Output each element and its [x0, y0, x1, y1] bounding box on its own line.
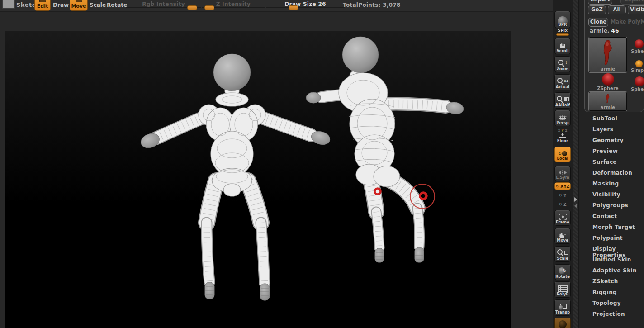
- edit-icon: [39, 0, 46, 2]
- right-shelf: BPR SPix Scroll ↕ Zoom x1 Actual AAHalf …: [553, 0, 573, 328]
- section-polypaint[interactable]: Polypaint: [592, 235, 623, 241]
- rotate-button[interactable]: Rotate: [107, 2, 127, 8]
- frame-icon: [559, 214, 567, 220]
- section-topology[interactable]: Topology: [592, 300, 621, 306]
- section-adaptive-skin[interactable]: Adaptive Skin: [592, 267, 637, 274]
- spix-slider[interactable]: [556, 33, 569, 36]
- section-polygroups[interactable]: Polygroups: [592, 202, 628, 209]
- persp-button[interactable]: Persp: [554, 110, 571, 126]
- frame-button[interactable]: Frame: [554, 210, 571, 226]
- draw-button[interactable]: Draw: [53, 2, 69, 8]
- draw-size-handle[interactable]: [289, 5, 298, 10]
- section-geometry[interactable]: Geometry: [592, 137, 624, 143]
- scroll-hand-icon: [559, 43, 566, 48]
- sphere-ball-icon: [635, 39, 644, 48]
- zoom-magnifier-icon: [558, 59, 565, 67]
- tool-palette: Import Export GoZ All Visible Clone Make…: [579, 0, 644, 328]
- sphere3d-ball-icon: [635, 76, 644, 86]
- simple-brush-icon: [635, 60, 643, 67]
- floor-axis-labels: X Y Z: [558, 129, 567, 133]
- y-rotate-button[interactable]: ↻ Y: [554, 191, 571, 199]
- bpr-button[interactable]: BPR: [554, 11, 571, 28]
- rotate-3d-button[interactable]: ↻ Rotate: [554, 264, 571, 280]
- section-unified-skin[interactable]: Unified Skin: [592, 257, 631, 263]
- section-preview[interactable]: Preview: [592, 148, 618, 154]
- panel-divider[interactable]: [573, 0, 579, 328]
- lsym-button[interactable]: L.Sym: [554, 166, 571, 181]
- section-surface[interactable]: Surface: [592, 159, 617, 165]
- sphere-tool-thumbnail[interactable]: Sphe: [630, 36, 644, 54]
- scale-button[interactable]: Scale: [90, 2, 106, 8]
- divider-collapse-arrow[interactable]: [574, 204, 577, 208]
- floor-button[interactable]: X Y Z Floor: [554, 127, 571, 144]
- model-front-view: [139, 54, 331, 300]
- z-intensity-slider[interactable]: Z Intensity: [202, 0, 265, 11]
- move-3d-button[interactable]: Move: [554, 228, 571, 244]
- export-button[interactable]: Export: [620, 0, 644, 5]
- section-deformation[interactable]: Deformation: [592, 170, 632, 176]
- goz-button[interactable]: GoZ: [588, 5, 606, 14]
- document-color-swatch[interactable]: [2, 0, 15, 9]
- section-subtool[interactable]: SubTool: [592, 115, 617, 122]
- xyz-rotate-icon: ↻: [556, 184, 559, 189]
- document-canvas[interactable]: [5, 31, 511, 328]
- top-toolbar: Sketch Edit Draw Move Scale Rotate Rgb I…: [0, 0, 553, 12]
- polyf-grid-icon: [558, 285, 568, 292]
- armie-figure-icon: [599, 39, 617, 66]
- rotate-sphere-icon: ↻: [559, 267, 566, 274]
- divider-expand-arrow[interactable]: [574, 197, 577, 202]
- lsym-arrows-icon: [558, 170, 567, 175]
- current-tool-thumbnail[interactable]: armie: [589, 37, 627, 72]
- visible-button[interactable]: Visible: [628, 5, 644, 14]
- active-tool-name: armie. 46: [590, 28, 619, 34]
- rgb-intensity-slider[interactable]: Rgb Intensity: [126, 0, 201, 11]
- draw-size-slider[interactable]: Draw Size 26: [266, 0, 345, 11]
- section-morph-target[interactable]: Morph Target: [592, 224, 635, 230]
- xyz-rotate-button[interactable]: ↻ XYZ: [554, 182, 571, 190]
- local-button[interactable]: ↻ Local: [554, 147, 571, 162]
- scale-magnifier-icon: [557, 249, 564, 256]
- spix-label: SPix: [554, 28, 571, 33]
- move-icon: [76, 0, 82, 2]
- make-polymesh-button[interactable]: Make PolyMe: [610, 18, 644, 27]
- zsphere-thumbnail[interactable]: ZSphere: [589, 73, 627, 91]
- ghost-icon: [559, 320, 567, 328]
- section-visibility[interactable]: Visibility: [592, 191, 620, 198]
- all-button[interactable]: All: [608, 5, 626, 14]
- sphere3d-thumbnail[interactable]: Sphere: [630, 74, 644, 92]
- zsphere-ball-icon: [602, 73, 614, 86]
- section-layers[interactable]: Layers: [592, 126, 613, 133]
- scale-3d-button[interactable]: Scale: [554, 246, 571, 262]
- total-points-readout: TotalPoints: 3,078: [343, 2, 401, 8]
- model-back-view: [306, 37, 464, 262]
- section-masking[interactable]: Masking: [592, 181, 619, 187]
- y-rotate-icon: ↻: [559, 193, 563, 198]
- aahalf-button[interactable]: AAHalf: [554, 92, 571, 109]
- section-zsketch[interactable]: ZSketch: [592, 278, 618, 285]
- move-hand-icon: [559, 232, 566, 238]
- section-rigging[interactable]: Rigging: [592, 289, 617, 295]
- simple-brush-thumbnail[interactable]: Simpl: [630, 55, 644, 73]
- move-button[interactable]: Move: [70, 0, 88, 11]
- ghost-button[interactable]: [554, 318, 571, 328]
- actual-button[interactable]: x1 Actual: [554, 74, 571, 90]
- transp-icon: [559, 304, 567, 310]
- z-rotate-button[interactable]: ↻ Z: [554, 200, 571, 208]
- polyframe-button[interactable]: PolyF: [554, 281, 571, 298]
- import-button[interactable]: Import: [588, 0, 612, 5]
- z-rotate-icon: ↻: [559, 202, 563, 207]
- rgb-intensity-handle[interactable]: [187, 5, 197, 10]
- transp-button[interactable]: Transp: [554, 299, 571, 316]
- edit-button[interactable]: Edit: [34, 0, 51, 11]
- recent-tool-thumbnail[interactable]: armie: [589, 92, 627, 111]
- persp-grid-icon: [558, 114, 568, 120]
- zbrush-window: Sketch Edit Draw Move Scale Rotate Rgb I…: [0, 0, 644, 328]
- section-projection[interactable]: Projection: [592, 311, 625, 317]
- z-intensity-handle[interactable]: [204, 5, 214, 10]
- zsketch-models: [5, 31, 511, 328]
- clone-button[interactable]: Clone: [588, 18, 608, 27]
- scroll-button[interactable]: Scroll: [554, 38, 571, 54]
- zoom-button[interactable]: ↕ Zoom: [554, 56, 571, 72]
- section-contact[interactable]: Contact: [592, 213, 617, 219]
- floor-arrow-icon: [559, 133, 566, 138]
